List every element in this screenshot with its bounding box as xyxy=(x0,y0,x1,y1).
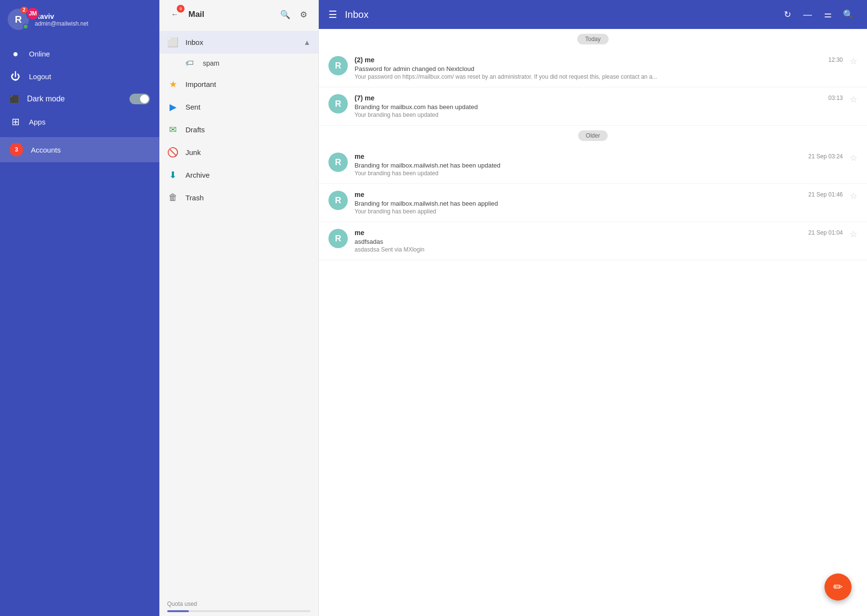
account-sidebar: R 2 JM Raviv admin@mailwish.net ● Online… xyxy=(0,0,159,616)
second-avatar[interactable]: JM xyxy=(26,7,40,20)
today-label: Today xyxy=(577,34,608,44)
email-sender: me xyxy=(355,191,364,198)
folder-item-drafts[interactable]: ✉ Drafts xyxy=(159,118,318,141)
junk-icon: 🚫 xyxy=(167,147,179,158)
email-time: 21 Sep 01:04 xyxy=(809,229,843,236)
apps-icon: ⊞ xyxy=(10,116,21,127)
avatar: R xyxy=(328,56,348,75)
back-button[interactable]: ← 9 xyxy=(167,7,183,22)
drafts-label: Drafts xyxy=(185,126,205,134)
star-icon[interactable]: ☆ xyxy=(850,153,857,163)
avatar: R xyxy=(328,153,348,172)
email-preview: Your password on https://mailbux.com/ wa… xyxy=(355,73,794,80)
drafts-icon: ✉ xyxy=(167,124,179,135)
email-body: me 21 Sep 03:24 Branding for mailbox.mai… xyxy=(355,153,843,177)
mail-search-button[interactable]: 🔍 xyxy=(278,7,292,22)
filter-button[interactable]: ⚌ xyxy=(819,5,837,24)
accounts-label: Accounts xyxy=(31,146,61,154)
email-preview: Your branding has been updated xyxy=(355,170,794,177)
mail-settings-button[interactable]: ⚙ xyxy=(296,7,311,22)
folder-item-sent[interactable]: ▶ Sent xyxy=(159,96,318,118)
email-top: me 21 Sep 01:46 xyxy=(355,191,843,198)
star-icon[interactable]: ☆ xyxy=(850,191,857,201)
main-content: ☰ Inbox ↻ — ⚌ 🔍 Today R (2) me 12:30 Pas… xyxy=(319,0,867,616)
email-preview: Your branding has been applied xyxy=(355,208,794,215)
email-item[interactable]: R me 21 Sep 01:04 asdfsadas asdasdsa Sen… xyxy=(319,222,867,260)
quota-section: Quota used xyxy=(159,595,318,616)
email-body: (7) me 03:13 Branding for mailbux.com ha… xyxy=(355,94,843,118)
search-button[interactable]: 🔍 xyxy=(839,5,857,24)
older-divider: Older xyxy=(319,126,867,146)
spam-label: spam xyxy=(203,59,219,67)
email-item[interactable]: R (2) me 12:30 Password for admin change… xyxy=(319,49,867,87)
online-dot xyxy=(23,24,28,29)
email-subject: asdfsadas xyxy=(355,238,843,245)
online-item[interactable]: ● Online xyxy=(0,42,159,65)
quota-label: Quota used xyxy=(167,601,197,607)
apps-item[interactable]: ⊞ Apps xyxy=(0,110,159,133)
folder-item-junk[interactable]: 🚫 Junk xyxy=(159,141,318,164)
archive-label: Archive xyxy=(185,171,210,179)
important-label: Important xyxy=(185,80,216,88)
email-actions: ☆ xyxy=(850,56,857,67)
email-sender: (2) me xyxy=(355,56,374,64)
quota-bar xyxy=(167,610,311,612)
hamburger-icon[interactable]: ☰ xyxy=(328,9,337,20)
logout-label: Logout xyxy=(29,72,51,81)
avatar: R xyxy=(328,94,348,113)
email-item[interactable]: R me 21 Sep 01:46 Branding for mailbox.m… xyxy=(319,184,867,222)
email-subject: Branding for mailbux.com has been update… xyxy=(355,103,843,111)
dark-mode-toggle[interactable] xyxy=(129,94,150,104)
minimize-button[interactable]: — xyxy=(798,5,817,24)
star-icon[interactable]: ☆ xyxy=(850,56,857,67)
email-body: me 21 Sep 01:46 Branding for mailbox.mai… xyxy=(355,191,843,215)
junk-label: Junk xyxy=(185,148,201,156)
folder-item-spam[interactable]: 🏷 spam xyxy=(159,54,318,73)
dark-mode-icon: ⬛ xyxy=(10,95,19,104)
inbox-collapse-icon[interactable]: ▲ xyxy=(303,38,311,46)
compose-button[interactable]: ✏ xyxy=(824,574,852,601)
online-icon: ● xyxy=(10,48,21,59)
online-label: Online xyxy=(29,50,50,58)
avatar: R xyxy=(328,191,348,210)
email-item[interactable]: R (7) me 03:13 Branding for mailbux.com … xyxy=(319,87,867,126)
spam-icon: 🏷 xyxy=(185,58,196,68)
refresh-button[interactable]: ↻ xyxy=(778,5,796,24)
accounts-item[interactable]: 3 Accounts xyxy=(0,137,159,162)
main-header: ☰ Inbox ↻ — ⚌ 🔍 xyxy=(319,0,867,29)
sent-label: Sent xyxy=(185,103,200,111)
email-body: (2) me 12:30 Password for admin changed … xyxy=(355,56,843,80)
mail-sidebar: ← 9 Mail 🔍 ⚙ ⬜ Inbox ▲ 🏷 spam ★ Importan… xyxy=(159,0,319,616)
email-sender: me xyxy=(355,229,364,237)
user-info: Raviv admin@mailwish.net xyxy=(35,12,88,27)
user-name: Raviv xyxy=(35,12,88,20)
today-divider: Today xyxy=(319,29,867,49)
email-time: 21 Sep 01:46 xyxy=(809,191,843,198)
email-time: 12:30 xyxy=(828,56,843,63)
email-body: me 21 Sep 01:04 asdfsadas asdasdsa Sent … xyxy=(355,229,843,253)
folder-item-important[interactable]: ★ Important xyxy=(159,73,318,96)
folder-list: ⬜ Inbox ▲ 🏷 spam ★ Important ▶ Sent ✉ Dr… xyxy=(159,29,318,210)
folder-item-archive[interactable]: ⬇ Archive xyxy=(159,164,318,186)
inbox-icon: ⬜ xyxy=(167,37,179,48)
older-label: Older xyxy=(578,130,608,141)
star-icon[interactable]: ☆ xyxy=(850,94,857,105)
main-header-actions: ↻ — ⚌ 🔍 xyxy=(778,5,857,24)
email-top: (2) me 12:30 xyxy=(355,56,843,64)
sent-icon: ▶ xyxy=(167,101,179,112)
folder-item-trash[interactable]: 🗑 Trash xyxy=(159,186,318,209)
back-badge: 9 xyxy=(177,5,185,13)
inbox-label: Inbox xyxy=(185,38,203,46)
star-icon[interactable]: ☆ xyxy=(850,229,857,239)
email-actions: ☆ xyxy=(850,153,857,163)
email-actions: ☆ xyxy=(850,94,857,105)
logout-item[interactable]: ⏻ Logout xyxy=(0,65,159,88)
email-item[interactable]: R me 21 Sep 03:24 Branding for mailbox.m… xyxy=(319,146,867,184)
folder-item-inbox[interactable]: ⬜ Inbox ▲ xyxy=(159,31,318,54)
sidebar-menu: ● Online ⏻ Logout ⬛ Dark mode ⊞ Apps xyxy=(0,39,159,137)
accounts-avatar: 3 xyxy=(10,143,23,156)
email-list: Today R (2) me 12:30 Password for admin … xyxy=(319,29,867,616)
email-preview: asdasdsa Sent via MXlogin xyxy=(355,246,794,253)
email-subject: Branding for mailbox.mailwish.net has be… xyxy=(355,200,843,207)
email-top: me 21 Sep 03:24 xyxy=(355,153,843,160)
